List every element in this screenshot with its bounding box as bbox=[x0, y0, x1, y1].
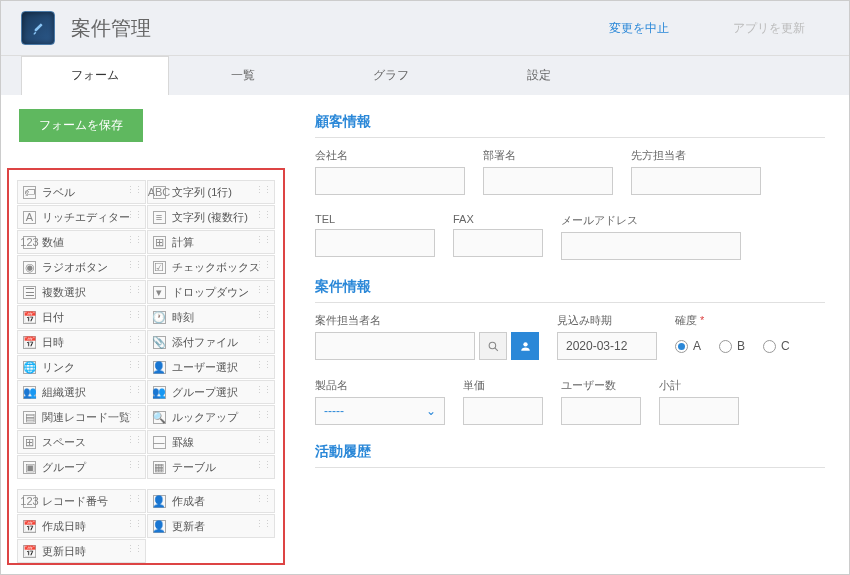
drag-handle-icon: ⋮⋮ bbox=[255, 435, 271, 445]
search-icon[interactable] bbox=[479, 332, 507, 360]
drag-handle-icon: ⋮⋮ bbox=[126, 310, 142, 320]
palette-item-label: 文字列 (複数行) bbox=[172, 210, 248, 225]
section-customer-title: 顧客情報 bbox=[315, 113, 825, 138]
palette-item[interactable]: 🌐リンク⋮⋮ bbox=[17, 355, 146, 379]
palette-item[interactable]: 👤作成者⋮⋮ bbox=[147, 489, 276, 513]
palette-item[interactable]: 👤更新者⋮⋮ bbox=[147, 514, 276, 538]
input-tel[interactable] bbox=[315, 229, 435, 257]
field-type-icon: ▦ bbox=[153, 461, 166, 474]
field-type-icon: 👤 bbox=[153, 495, 166, 508]
save-form-button[interactable]: フォームを保存 bbox=[19, 109, 143, 142]
palette-item[interactable]: 📎添付ファイル⋮⋮ bbox=[147, 330, 276, 354]
drag-handle-icon: ⋮⋮ bbox=[126, 185, 142, 195]
user-picker-button[interactable] bbox=[511, 332, 539, 360]
drag-handle-icon: ⋮⋮ bbox=[126, 210, 142, 220]
radio-probability: A B C bbox=[675, 332, 790, 360]
palette-item[interactable]: ☰複数選択⋮⋮ bbox=[17, 280, 146, 304]
palette-item[interactable]: ≡文字列 (複数行)⋮⋮ bbox=[147, 205, 276, 229]
drag-handle-icon: ⋮⋮ bbox=[126, 410, 142, 420]
palette-item-label: 更新者 bbox=[172, 519, 205, 534]
palette-item[interactable]: 🔍ルックアップ⋮⋮ bbox=[147, 405, 276, 429]
field-palette: 🏷ラベル⋮⋮ABC文字列 (1行)⋮⋮Aリッチエディター⋮⋮≡文字列 (複数行)… bbox=[7, 168, 285, 565]
palette-item[interactable]: ABC文字列 (1行)⋮⋮ bbox=[147, 180, 276, 204]
palette-item[interactable]: ⊞スペース⋮⋮ bbox=[17, 430, 146, 454]
field-type-icon: ⊞ bbox=[23, 436, 36, 449]
field-type-icon: 123 bbox=[23, 495, 36, 508]
radio-option-c[interactable]: C bbox=[763, 339, 790, 353]
palette-item[interactable]: 📅日付⋮⋮ bbox=[17, 305, 146, 329]
palette-item-label: スペース bbox=[42, 435, 86, 450]
radio-icon bbox=[763, 340, 776, 353]
radio-option-a[interactable]: A bbox=[675, 339, 701, 353]
input-email[interactable] bbox=[561, 232, 741, 260]
palette-item-label: 添付ファイル bbox=[172, 335, 238, 350]
field-grid-system: 123レコード番号⋮⋮👤作成者⋮⋮📅作成日時⋮⋮👤更新者⋮⋮📅更新日時⋮⋮ bbox=[17, 489, 275, 563]
palette-item[interactable]: 📅更新日時⋮⋮ bbox=[17, 539, 146, 563]
cancel-button[interactable]: 変更を中止 bbox=[585, 12, 693, 45]
palette-item[interactable]: 123数値⋮⋮ bbox=[17, 230, 146, 254]
palette-item-label: 数値 bbox=[42, 235, 64, 250]
drag-handle-icon: ⋮⋮ bbox=[126, 360, 142, 370]
palette-item[interactable]: Aリッチエディター⋮⋮ bbox=[17, 205, 146, 229]
tab-settings[interactable]: 設定 bbox=[465, 56, 613, 95]
tab-form[interactable]: フォーム bbox=[21, 56, 169, 95]
palette-item[interactable]: 👥組織選択⋮⋮ bbox=[17, 380, 146, 404]
palette-item-label: グループ bbox=[42, 460, 86, 475]
update-app-button[interactable]: アプリを更新 bbox=[709, 12, 829, 45]
field-type-icon: 🏷 bbox=[23, 186, 36, 199]
palette-item[interactable]: ⊞計算⋮⋮ bbox=[147, 230, 276, 254]
input-subtotal[interactable] bbox=[659, 397, 739, 425]
select-product[interactable]: -----⌄ bbox=[315, 397, 445, 425]
field-type-icon: 👤 bbox=[153, 361, 166, 374]
palette-item-label: 文字列 (1行) bbox=[172, 185, 233, 200]
palette-item[interactable]: 🏷ラベル⋮⋮ bbox=[17, 180, 146, 204]
palette-item-label: 組織選択 bbox=[42, 385, 86, 400]
palette-item-label: 日付 bbox=[42, 310, 64, 325]
input-expected-date[interactable] bbox=[557, 332, 657, 360]
palette-item[interactable]: 🕐時刻⋮⋮ bbox=[147, 305, 276, 329]
label-email: メールアドレス bbox=[561, 213, 741, 228]
palette-item[interactable]: ☑チェックボックス⋮⋮ bbox=[147, 255, 276, 279]
palette-item[interactable]: ▦テーブル⋮⋮ bbox=[147, 455, 276, 479]
palette-item[interactable]: 123レコード番号⋮⋮ bbox=[17, 489, 146, 513]
label-subtotal: 小計 bbox=[659, 378, 739, 393]
tab-list[interactable]: 一覧 bbox=[169, 56, 317, 95]
label-company: 会社名 bbox=[315, 148, 465, 163]
palette-item[interactable]: 👥グループ選択⋮⋮ bbox=[147, 380, 276, 404]
input-assignee[interactable] bbox=[315, 332, 475, 360]
palette-item[interactable]: 👤ユーザー選択⋮⋮ bbox=[147, 355, 276, 379]
palette-item-label: 日時 bbox=[42, 335, 64, 350]
field-type-icon: 📎 bbox=[153, 336, 166, 349]
drag-handle-icon: ⋮⋮ bbox=[255, 235, 271, 245]
palette-item[interactable]: ◉ラジオボタン⋮⋮ bbox=[17, 255, 146, 279]
palette-item[interactable]: 📅作成日時⋮⋮ bbox=[17, 514, 146, 538]
field-type-icon: 📅 bbox=[23, 336, 36, 349]
tab-graph[interactable]: グラフ bbox=[317, 56, 465, 95]
palette-item[interactable]: ▤関連レコード一覧⋮⋮ bbox=[17, 405, 146, 429]
row-case-1: 案件担当者名 見込み時期 確度 * A B C bbox=[315, 313, 825, 360]
field-type-icon: 🌐 bbox=[23, 361, 36, 374]
radio-option-b[interactable]: B bbox=[719, 339, 745, 353]
input-company[interactable] bbox=[315, 167, 465, 195]
tab-bar: フォーム 一覧 グラフ 設定 bbox=[1, 56, 849, 95]
input-department[interactable] bbox=[483, 167, 613, 195]
palette-item[interactable]: ▾ドロップダウン⋮⋮ bbox=[147, 280, 276, 304]
topbar: 案件管理 変更を中止 アプリを更新 bbox=[1, 1, 849, 56]
app-title: 案件管理 bbox=[71, 15, 569, 42]
drag-handle-icon: ⋮⋮ bbox=[255, 460, 271, 470]
input-fax[interactable] bbox=[453, 229, 543, 257]
drag-handle-icon: ⋮⋮ bbox=[126, 494, 142, 504]
section-case-title: 案件情報 bbox=[315, 278, 825, 303]
palette-item[interactable]: ▣グループ⋮⋮ bbox=[17, 455, 146, 479]
palette-item[interactable]: 📅日時⋮⋮ bbox=[17, 330, 146, 354]
input-unitprice[interactable] bbox=[463, 397, 543, 425]
field-type-icon: 👥 bbox=[153, 386, 166, 399]
input-users[interactable] bbox=[561, 397, 641, 425]
input-contact[interactable] bbox=[631, 167, 761, 195]
field-type-icon: ▤ bbox=[23, 411, 36, 424]
drag-handle-icon: ⋮⋮ bbox=[126, 285, 142, 295]
field-type-icon: ◉ bbox=[23, 261, 36, 274]
app-window: 案件管理 変更を中止 アプリを更新 フォーム 一覧 グラフ 設定 フォームを保存… bbox=[0, 0, 850, 575]
palette-item[interactable]: —罫線⋮⋮ bbox=[147, 430, 276, 454]
drag-handle-icon: ⋮⋮ bbox=[255, 210, 271, 220]
